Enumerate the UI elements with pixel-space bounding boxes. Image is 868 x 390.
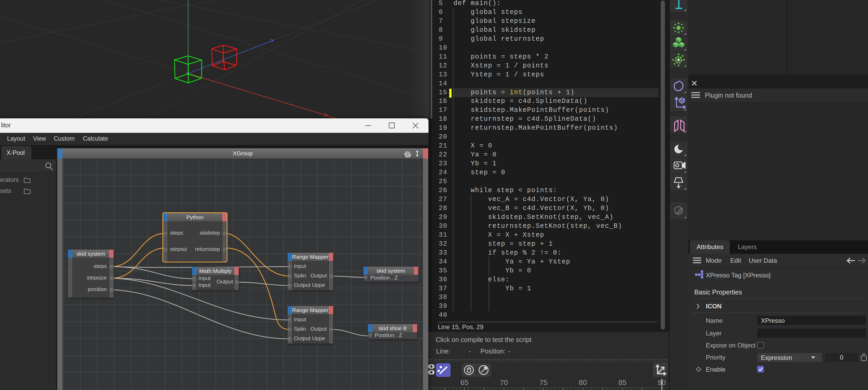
svg-text:65: 65 [460, 379, 468, 387]
svg-text:80: 80 [579, 379, 587, 387]
svg-text:70: 70 [500, 379, 508, 387]
svg-text:75: 75 [539, 379, 547, 387]
svg-text:85: 85 [618, 379, 626, 387]
